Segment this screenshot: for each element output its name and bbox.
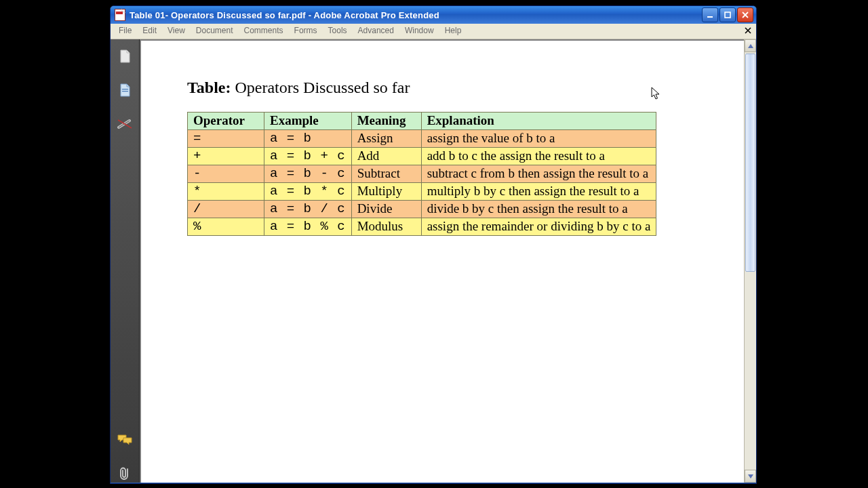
scroll-down-button[interactable] (745, 470, 756, 483)
menu-edit[interactable]: Edit (137, 24, 162, 39)
operators-table: Operator Example Meaning Explanation = a… (187, 112, 656, 236)
pages-panel-icon[interactable] (116, 47, 134, 65)
menu-forms[interactable]: Forms (289, 24, 323, 39)
table-row: = a = b Assign assign the value of b to … (188, 130, 656, 148)
doc-heading-bold: Table: (187, 79, 231, 96)
svg-rect-3 (122, 91, 128, 92)
menu-file[interactable]: File (113, 24, 137, 39)
col-operator: Operator (188, 113, 264, 130)
menu-help[interactable]: Help (439, 24, 467, 39)
menu-bar: File Edit View Document Comments Forms T… (111, 24, 756, 39)
menu-document[interactable]: Document (191, 24, 239, 39)
document-close-icon[interactable] (743, 25, 753, 36)
maximize-button[interactable] (719, 7, 736, 22)
scroll-up-button[interactable] (745, 39, 756, 52)
col-explanation: Explanation (421, 113, 656, 130)
col-example: Example (264, 113, 352, 130)
menu-advanced[interactable]: Advanced (353, 24, 399, 39)
doc-heading-rest: Operators Discussed so far (231, 79, 410, 96)
col-meaning: Meaning (351, 113, 421, 130)
close-button[interactable] (737, 7, 753, 22)
attachments-panel-icon[interactable] (116, 465, 134, 483)
window-title: Table 01- Operators Discussed so far.pdf… (130, 10, 701, 20)
scroll-thumb[interactable] (745, 54, 755, 272)
menu-window[interactable]: Window (399, 24, 439, 39)
minimize-button[interactable] (702, 7, 718, 22)
table-row: % a = b % c Modulus assign the remainder… (188, 218, 656, 236)
title-bar[interactable]: Table 01- Operators Discussed so far.pdf… (111, 6, 756, 24)
app-window: Table 01- Operators Discussed so far.pdf… (110, 5, 757, 484)
menu-view[interactable]: View (162, 24, 191, 39)
menu-comments[interactable]: Comments (239, 24, 289, 39)
svg-rect-0 (707, 16, 713, 18)
page-area: Table: Operators Discussed so far Operat… (140, 39, 756, 483)
table-header-row: Operator Example Meaning Explanation (188, 113, 656, 130)
doc-heading: Table: Operators Discussed so far (187, 79, 744, 97)
table-row: + a = b + c Add add b to c the assign th… (188, 148, 656, 165)
table-row: * a = b * c Multiply multiply b by c the… (188, 183, 656, 201)
menu-tools[interactable]: Tools (323, 24, 353, 39)
bookmarks-panel-icon[interactable] (116, 81, 134, 99)
vertical-scrollbar[interactable] (744, 39, 756, 483)
table-row: / a = b / c Divide divide b by c then as… (188, 201, 656, 218)
svg-rect-2 (122, 89, 128, 89)
svg-rect-1 (725, 12, 730, 18)
scroll-track[interactable] (745, 52, 756, 470)
app-body: Table: Operators Discussed so far Operat… (111, 39, 756, 483)
signatures-panel-icon[interactable] (116, 115, 134, 133)
table-row: - a = b - c Subtract subtract c from b t… (188, 165, 656, 183)
pdf-file-icon (115, 9, 125, 21)
pdf-page[interactable]: Table: Operators Discussed so far Operat… (141, 41, 744, 483)
navigation-pane (111, 39, 140, 483)
comments-panel-icon[interactable] (116, 431, 134, 449)
